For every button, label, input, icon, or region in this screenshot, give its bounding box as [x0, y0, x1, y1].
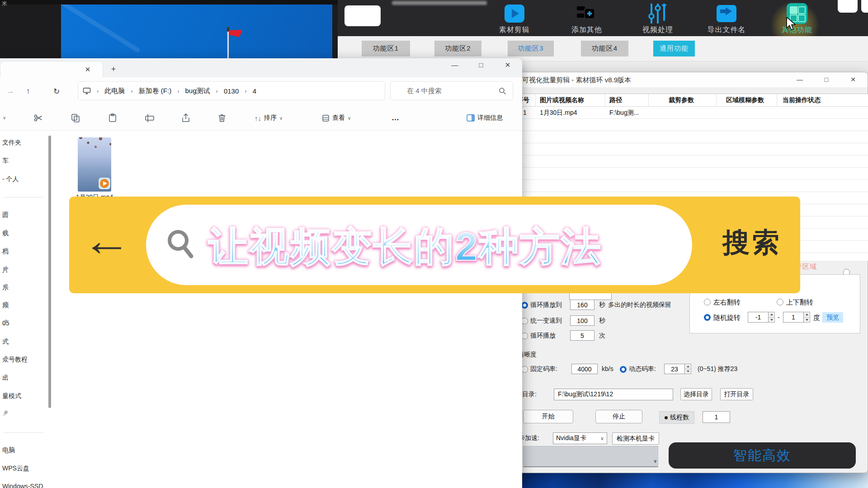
rotate-min-input[interactable] — [748, 312, 769, 323]
details-pane-button[interactable]: 详细信息 — [467, 113, 503, 123]
overflow-chevron-icon[interactable]: ∨ — [3, 115, 6, 120]
view-button[interactable]: 查看 ∨ — [322, 113, 351, 123]
sidebar-item-videos-fragment[interactable]: 频 — [0, 299, 47, 313]
sidebar-scrollbar[interactable] — [48, 136, 51, 408]
fixed-bitrate-radio[interactable] — [521, 366, 528, 373]
share-icon[interactable] — [181, 113, 191, 123]
new-tab-button[interactable]: + — [108, 65, 118, 74]
toolbar-item-clip[interactable]: 素材剪辑 — [487, 2, 542, 35]
save-dir-input[interactable] — [554, 389, 673, 400]
preview-link[interactable]: 预览 — [822, 312, 843, 323]
refresh-icon[interactable]: ↻ — [53, 87, 60, 96]
speed-to-input[interactable] — [570, 315, 594, 326]
dynamic-bitrate-spinner[interactable] — [685, 364, 691, 374]
loop-to-input[interactable] — [570, 300, 594, 310]
row1-index[interactable]: 1 — [523, 107, 527, 118]
threads-input[interactable] — [703, 411, 730, 423]
sidebar-item-documents-fragment[interactable]: 档 — [0, 245, 47, 259]
flip-ud-radio[interactable] — [777, 299, 783, 305]
loop-to-radio[interactable] — [521, 302, 528, 309]
gpu-combobox[interactable]: Nvidia显卡 ∨ — [553, 432, 607, 444]
view-icon — [322, 114, 330, 122]
func-area-1-button[interactable]: 功能区1 — [362, 41, 410, 56]
cut-icon[interactable] — [33, 113, 43, 123]
sidebar-item-batch-mode-fragment[interactable]: 量模式 — [0, 390, 47, 404]
sidebar-item-downloads-fragment[interactable]: 载 — [0, 227, 47, 241]
search-banner-overlay: ← 让视频变长的2种方法 搜索 — [69, 197, 800, 293]
sidebar-item-pin-only[interactable] — [0, 408, 47, 422]
app-logo — [344, 5, 381, 26]
sidebar-item-windows-ssd[interactable]: Windows-SSD — [0, 480, 47, 488]
func-area-4-button[interactable]: 功能区4 — [581, 41, 628, 56]
explorer-search-box[interactable]: 在 4 中搜索 — [390, 81, 513, 100]
loop-times-radio[interactable] — [521, 333, 528, 339]
speed-to-radio[interactable] — [521, 318, 528, 324]
dynamic-bitrate-input[interactable] — [664, 364, 685, 374]
sort-button[interactable]: ↑↓ 排序 ∨ — [255, 113, 283, 123]
tab-close-icon[interactable]: ✕ — [83, 65, 93, 74]
video-window-corner-glyph: 米 — [2, 0, 7, 8]
rotate-max-spinner[interactable] — [804, 312, 810, 323]
minimize-button[interactable]: — — [791, 74, 809, 85]
crumb-drive-f[interactable]: 新加卷 (F:) — [139, 87, 172, 95]
close-button[interactable]: ✕ — [844, 74, 862, 85]
open-dir-button[interactable]: 打开目录 — [720, 388, 753, 400]
sidebar-item-gallery-fragment[interactable]: 车 — [0, 155, 47, 168]
rotate-max-input[interactable] — [783, 312, 804, 323]
explorer-active-tab[interactable]: ✕ — [0, 61, 103, 77]
copy-icon[interactable] — [71, 113, 80, 123]
explorer-close-button[interactable]: ✕ — [503, 61, 513, 70]
explorer-maximize-button[interactable]: □ — [476, 61, 486, 70]
crumb-this-pc[interactable]: 此电脑 — [104, 87, 125, 95]
crumb-0130[interactable]: 0130 — [224, 87, 239, 95]
speed-to-unit: 秒 — [599, 317, 605, 325]
this-pc-icon — [83, 87, 91, 95]
func-area-2-button[interactable]: 功能区2 — [434, 41, 481, 56]
func-area-3-button[interactable]: 功能区3 — [508, 41, 554, 56]
log-box[interactable] — [523, 446, 658, 467]
log-dropdown-caret-icon[interactable]: ▼ — [653, 459, 658, 464]
loop-times-input[interactable] — [570, 330, 594, 341]
flip-lr-radio[interactable] — [704, 299, 711, 305]
general-functions-button[interactable]: 通用功能 — [653, 41, 695, 56]
start-button[interactable]: 开始 — [523, 410, 573, 423]
toolbar-label-add-other: 添加其他 — [560, 25, 614, 35]
sidebar-item-export-fragment[interactable]: 出 — [0, 372, 47, 385]
breadcrumb: › 此电脑 › 新加卷 (F:) › bug测试 › 0130 › 4 — [78, 81, 385, 100]
file-item-video[interactable]: 1月30日.mp4 — [72, 134, 112, 200]
detect-gpu-button[interactable]: 检测本机显卡 — [612, 432, 659, 445]
delete-icon[interactable] — [217, 113, 227, 123]
threads-chip[interactable]: 线程数 — [659, 411, 694, 424]
toolbar-item-add-other[interactable]: 添加其他 — [560, 2, 614, 35]
crumb-4[interactable]: 4 — [253, 87, 256, 95]
sidebar-item-wps-cloud[interactable]: WPS云盘 — [0, 462, 47, 476]
sidebar-item-folder-fragment[interactable]: 文件夹 — [0, 136, 47, 150]
rotate-min-spinner[interactable] — [769, 312, 775, 323]
sidebar-item-mode-fragment[interactable]: 式 — [0, 336, 47, 349]
maximize-button[interactable]: □ — [817, 74, 835, 85]
explorer-minimize-button[interactable]: — — [450, 61, 460, 70]
random-rotate-radio[interactable] — [704, 314, 711, 321]
forward-icon[interactable]: → — [6, 87, 14, 96]
choose-dir-button[interactable]: 选择目录 — [680, 388, 712, 400]
crumb-bugtest[interactable]: bug测试 — [185, 87, 210, 95]
add-other-icon — [576, 3, 598, 24]
sidebar-item-05[interactable]: 05 — [0, 317, 47, 331]
more-options-button[interactable]: … — [392, 113, 399, 123]
sidebar-item-this-pc-fragment[interactable]: 电脑 — [0, 444, 47, 458]
sidebar-item-desktop-fragment[interactable]: 面 — [0, 209, 47, 222]
sidebar-item-music-fragment[interactable]: 乐 — [0, 282, 47, 295]
toolbar-item-video-process[interactable]: 视频处理 — [631, 2, 685, 35]
sidebar-item-onedrive-fragment[interactable]: - 个人 — [0, 173, 47, 187]
dynamic-bitrate-radio[interactable] — [620, 366, 627, 373]
fixed-bitrate-input[interactable] — [571, 364, 598, 374]
toolbar-item-export-name[interactable]: 导出文件名 — [699, 2, 754, 35]
sidebar-item-pictures-fragment[interactable]: 片 — [0, 264, 47, 277]
paste-icon[interactable] — [108, 113, 118, 123]
stop-button[interactable]: 停止 — [595, 410, 642, 423]
up-icon[interactable]: ↑ — [26, 87, 30, 96]
row1-path[interactable]: F:\bug测... — [609, 107, 639, 118]
rename-icon[interactable] — [145, 113, 155, 123]
sidebar-item-tutorial-fragment[interactable]: 众号教程 — [0, 353, 47, 367]
row1-name[interactable]: 1月30日.mp4 — [540, 107, 577, 118]
